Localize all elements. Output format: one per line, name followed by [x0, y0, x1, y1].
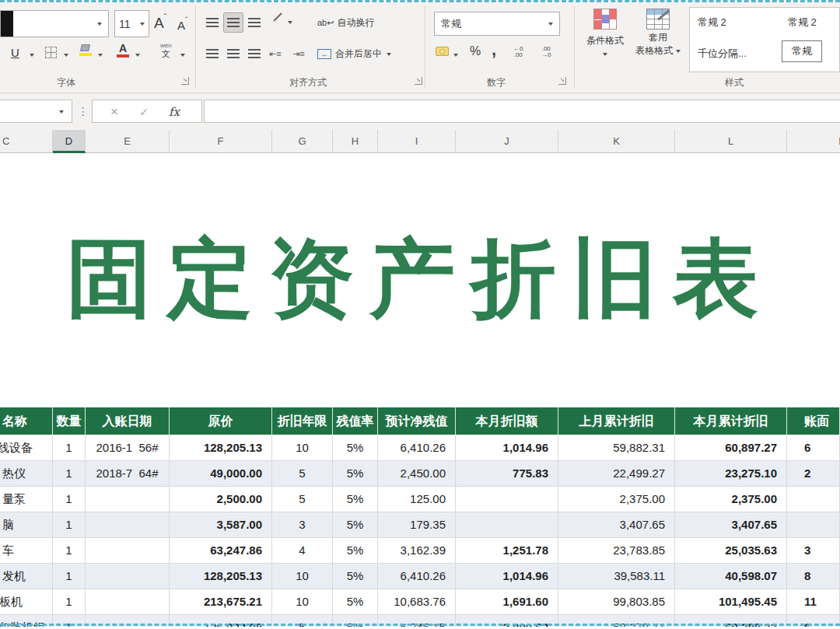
align-top-button[interactable] [202, 12, 222, 33]
table-cell[interactable]: 1 [53, 512, 86, 538]
table-cell[interactable]: 车 [0, 538, 53, 564]
table-cell[interactable] [456, 487, 558, 512]
table-cell[interactable]: 2,450.00 [378, 461, 456, 487]
table-cell[interactable]: 5% [333, 564, 378, 589]
table-cell[interactable]: 3,407.65 [675, 512, 787, 538]
table-cell[interactable]: 6,410.26 [378, 435, 456, 461]
column-header-I[interactable]: I [378, 130, 456, 153]
table-cell[interactable]: 1 [53, 589, 86, 615]
name-box[interactable] [0, 100, 72, 123]
table-cell[interactable] [456, 512, 558, 538]
table-cell[interactable]: 1 [53, 538, 86, 564]
table-cell[interactable] [86, 487, 170, 512]
column-header-K[interactable]: K [558, 130, 675, 153]
table-cell[interactable] [86, 512, 170, 538]
table-cell[interactable]: 4 [272, 538, 333, 564]
conditional-formatting-button[interactable]: 条件格式 [583, 9, 627, 58]
table-header-cell[interactable]: 数量 [53, 407, 86, 435]
table-cell[interactable]: 3,587.00 [170, 512, 272, 538]
chevron-down-icon[interactable] [288, 21, 292, 24]
increase-decimal-button[interactable]: ←0.00 [513, 46, 523, 58]
font-name-combo[interactable] [0, 10, 109, 37]
table-cell[interactable]: 1 [53, 435, 86, 461]
table-cell[interactable]: 25,035.63 [675, 538, 787, 564]
table-cell[interactable]: 3 [787, 538, 840, 564]
table-cell[interactable]: 99,803.85 [558, 589, 675, 615]
borders-icon[interactable] [45, 47, 57, 58]
table-cell[interactable]: 2016-1 56# [86, 435, 170, 461]
column-header-L[interactable]: L [675, 130, 787, 153]
table-cell[interactable]: 6 [787, 435, 840, 461]
table-cell[interactable]: 1 [53, 487, 86, 512]
table-cell[interactable]: 1 [53, 461, 86, 487]
table-cell[interactable]: 213,675.21 [170, 589, 272, 615]
decrease-indent-icon[interactable]: ⇤≡ [269, 49, 282, 59]
table-cell[interactable]: 39,583.11 [558, 564, 675, 589]
merge-center-button[interactable]: ↔ 合并后居中 [317, 47, 391, 61]
table-cell[interactable]: 2018-7 64# [86, 461, 170, 487]
table-cell[interactable]: 6,410.26 [378, 564, 456, 589]
table-cell[interactable]: 2 [787, 461, 840, 487]
table-cell[interactable]: 63,247.86 [170, 538, 272, 564]
wrap-text-button[interactable]: ab↩ 自动换行 [317, 16, 374, 30]
table-cell[interactable]: 8 [787, 564, 840, 589]
cancel-icon[interactable]: × [107, 100, 122, 124]
comma-style-button[interactable]: , [492, 40, 496, 60]
table-header-cell[interactable]: 本月折旧额 [456, 407, 558, 435]
number-format-dropdown[interactable]: 常规 [434, 12, 560, 36]
chevron-down-icon[interactable] [135, 54, 140, 57]
table-cell[interactable]: 5% [333, 487, 378, 512]
font-color-button[interactable]: A [117, 43, 129, 58]
table-cell[interactable]: 2,375.00 [558, 487, 675, 512]
table-cell[interactable]: 线设备 [0, 435, 53, 461]
cell-style-item[interactable]: 常规 2 [788, 16, 817, 30]
table-cell[interactable]: 2,500.00 [170, 487, 272, 512]
table-cell[interactable]: 11 [787, 589, 840, 615]
table-cell[interactable]: 49,000.00 [170, 461, 272, 487]
cell-style-item[interactable]: 千位分隔... [698, 47, 747, 61]
font-dialog-launcher-icon[interactable]: ↘ [181, 77, 189, 85]
column-header-F[interactable]: F [170, 130, 272, 153]
table-cell[interactable] [787, 487, 840, 512]
format-as-table-button[interactable]: 套用 表格格式 [633, 9, 683, 58]
column-header-C[interactable]: C [0, 130, 53, 153]
formula-bar-options-icon[interactable]: ⋮ [78, 100, 87, 123]
align-center-button[interactable] [223, 44, 243, 64]
increase-indent-icon[interactable]: ⇥≡ [292, 49, 305, 59]
increase-font-size-button[interactable]: Aˆ [154, 13, 166, 32]
table-cell[interactable]: 128,205.13 [170, 435, 272, 461]
table-cell[interactable]: 10 [272, 564, 333, 589]
table-cell[interactable]: 125.00 [378, 487, 456, 512]
table-cell[interactable] [787, 512, 840, 538]
fill-color-button[interactable] [79, 44, 92, 56]
table-cell[interactable]: 板机 [0, 589, 53, 615]
phonetic-guide-button[interactable]: wén 文 [160, 43, 172, 58]
chevron-down-icon[interactable] [64, 54, 68, 57]
chevron-down-icon[interactable] [453, 54, 458, 57]
column-header-G[interactable]: G [272, 130, 333, 153]
table-header-cell[interactable]: 上月累计折旧 [558, 407, 675, 435]
column-header-M[interactable]: M [787, 130, 840, 153]
table-cell[interactable]: 1,014.96 [456, 435, 558, 461]
table-cell[interactable]: 23,783.85 [558, 538, 675, 564]
table-cell[interactable] [86, 538, 170, 564]
currency-format-icon[interactable] [436, 47, 449, 56]
column-header-H[interactable]: H [333, 130, 378, 153]
align-bottom-button[interactable] [244, 12, 264, 33]
table-cell[interactable]: 发机 [0, 564, 53, 589]
chevron-down-icon[interactable] [30, 54, 34, 57]
table-cell[interactable]: 3,162.39 [378, 538, 456, 564]
formula-input[interactable] [204, 100, 840, 123]
table-cell[interactable]: 3 [272, 512, 333, 538]
table-cell[interactable]: 热仪 [0, 461, 53, 487]
table-cell[interactable]: 3,407.65 [558, 512, 675, 538]
align-right-button[interactable] [244, 44, 264, 64]
align-left-button[interactable] [202, 44, 222, 64]
table-cell[interactable]: 5% [333, 538, 378, 564]
enter-icon[interactable]: ✓ [136, 100, 152, 124]
table-cell[interactable]: 10 [272, 435, 333, 461]
table-header-cell[interactable]: 名称 [0, 407, 53, 435]
table-header-cell[interactable]: 预计净残值 [378, 407, 456, 435]
table-cell[interactable] [86, 564, 170, 589]
table-cell[interactable]: 59,882.31 [558, 435, 675, 461]
